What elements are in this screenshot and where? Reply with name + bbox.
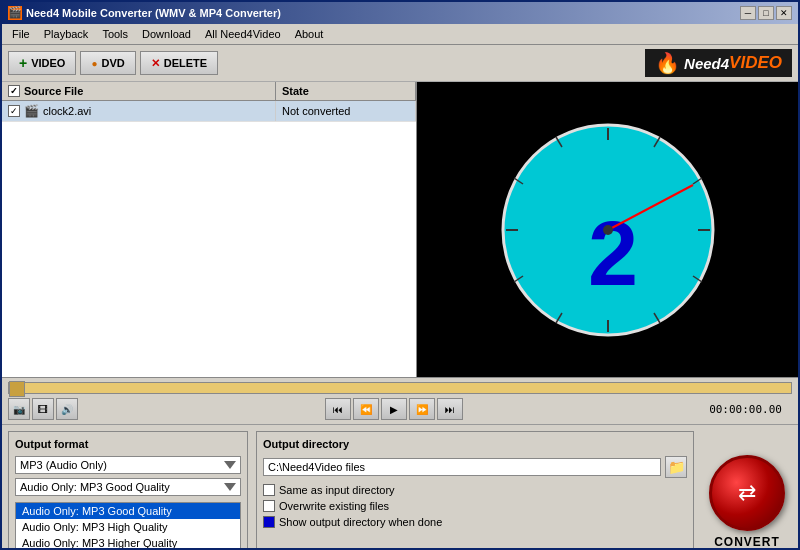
filmstrip-button[interactable]: 🎞	[32, 398, 54, 420]
window-title: Need4 Mobile Converter (WMV & MP4 Conver…	[26, 7, 281, 19]
delete-icon: ✕	[151, 57, 160, 70]
same-as-input-checkbox[interactable]	[263, 484, 275, 496]
volume-button[interactable]: 🔊	[56, 398, 78, 420]
dropdown-item-higher[interactable]: Audio Only: MP3 Higher Quality	[16, 535, 240, 550]
maximize-button[interactable]: □	[758, 6, 774, 20]
flame-icon: 🔥	[655, 51, 680, 75]
bottom-panels: Output format MP3 (Audio Only) Audio Onl…	[2, 424, 798, 550]
timecode: 00:00:00.00	[709, 403, 792, 416]
same-as-input-label: Same as input directory	[279, 484, 395, 496]
logo: 🔥 Need4 VIDEO	[645, 49, 792, 77]
menu-download[interactable]: Download	[136, 26, 197, 42]
overwrite-label: Overwrite existing files	[279, 500, 389, 512]
dvd-icon: ●	[91, 58, 97, 69]
show-output-label: Show output directory when done	[279, 516, 442, 528]
file-list-panel: Source File State 🎬 clock2.avi Not conve…	[2, 82, 417, 377]
seekbar-area: 📷 🎞 🔊 ⏮ ⏪ ▶ ⏩ ⏭ 00:00:00.00	[2, 377, 798, 424]
app-icon: 🎬	[8, 6, 22, 20]
media-controls: ⏮ ⏪ ▶ ⏩ ⏭	[325, 398, 463, 420]
skip-start-button[interactable]: ⏮	[325, 398, 351, 420]
state-header: State	[276, 82, 416, 100]
menu-playback[interactable]: Playback	[38, 26, 95, 42]
title-bar: 🎬 Need4 Mobile Converter (WMV & MP4 Conv…	[2, 2, 798, 24]
convert-panel: ⇄ CONVERT	[702, 431, 792, 550]
delete-button[interactable]: ✕ DELETE	[140, 51, 218, 75]
convert-btn-inner: ⇄	[738, 480, 756, 506]
screenshot-button[interactable]: 📷	[8, 398, 30, 420]
svg-point-19	[603, 225, 613, 235]
seekbar[interactable]	[8, 382, 792, 394]
minimize-button[interactable]: ─	[740, 6, 756, 20]
logo-text: VIDEO	[729, 53, 782, 73]
output-format-title: Output format	[15, 438, 241, 450]
play-button[interactable]: ▶	[381, 398, 407, 420]
svg-rect-2	[718, 110, 768, 350]
left-controls: 📷 🎞 🔊	[8, 398, 78, 420]
file-name: clock2.avi	[43, 105, 91, 117]
output-dir-panel: Output directory 📁 Same as input directo…	[256, 431, 694, 550]
output-dir-title: Output directory	[263, 438, 687, 450]
plus-icon: +	[19, 56, 27, 70]
file-list-header: Source File State	[2, 82, 416, 101]
video-preview: 2	[417, 82, 798, 377]
source-file-header: Source File	[2, 82, 276, 100]
quality-dropdown: Audio Only: MP3 Good Quality Audio Only:…	[15, 502, 241, 550]
toolbar: + VIDEO ● DVD ✕ DELETE 🔥 Need4 VIDEO	[2, 45, 798, 82]
select-all-checkbox[interactable]	[8, 85, 20, 97]
main-content: Source File State 🎬 clock2.avi Not conve…	[2, 82, 798, 377]
overwrite-checkbox[interactable]	[263, 500, 275, 512]
menu-file[interactable]: File	[6, 26, 36, 42]
file-icon: 🎬	[24, 104, 39, 118]
format-select[interactable]: MP3 (Audio Only)	[15, 456, 241, 474]
menu-about[interactable]: About	[289, 26, 330, 42]
skip-end-button[interactable]: ⏭	[437, 398, 463, 420]
show-output-checkbox[interactable]	[263, 516, 275, 528]
table-row[interactable]: 🎬 clock2.avi Not converted	[2, 101, 416, 122]
close-button[interactable]: ✕	[776, 6, 792, 20]
svg-rect-1	[448, 110, 498, 350]
video-canvas: 2	[448, 110, 768, 350]
seekbar-thumb[interactable]	[9, 381, 25, 397]
add-dvd-button[interactable]: ● DVD	[80, 51, 135, 75]
video-btn-label: VIDEO	[31, 57, 65, 69]
dropdown-item-high[interactable]: Audio Only: MP3 High Quality	[16, 519, 240, 535]
browse-button[interactable]: 📁	[665, 456, 687, 478]
file-state: Not converted	[282, 105, 350, 117]
file-checkbox[interactable]	[8, 105, 20, 117]
menu-bar: File Playback Tools Download All Need4Vi…	[2, 24, 798, 45]
menu-tools[interactable]: Tools	[96, 26, 134, 42]
dvd-btn-label: DVD	[101, 57, 124, 69]
convert-button[interactable]: ⇄	[709, 455, 785, 531]
menu-all-need4video[interactable]: All Need4Video	[199, 26, 287, 42]
file-state-cell: Not converted	[276, 101, 416, 121]
fast-forward-button[interactable]: ⏩	[409, 398, 435, 420]
quality-select[interactable]: Audio Only: MP3 Good Quality	[15, 478, 241, 496]
file-list-rows: 🎬 clock2.avi Not converted	[2, 101, 416, 377]
dropdown-item-good[interactable]: Audio Only: MP3 Good Quality	[16, 503, 240, 519]
add-video-button[interactable]: + VIDEO	[8, 51, 76, 75]
delete-btn-label: DELETE	[164, 57, 207, 69]
file-name-cell: 🎬 clock2.avi	[2, 101, 276, 121]
convert-arrows-icon: ⇄	[738, 480, 756, 506]
rewind-button[interactable]: ⏪	[353, 398, 379, 420]
output-format-panel: Output format MP3 (Audio Only) Audio Onl…	[8, 431, 248, 550]
output-dir-input[interactable]	[263, 458, 661, 476]
convert-label: CONVERT	[714, 535, 780, 549]
